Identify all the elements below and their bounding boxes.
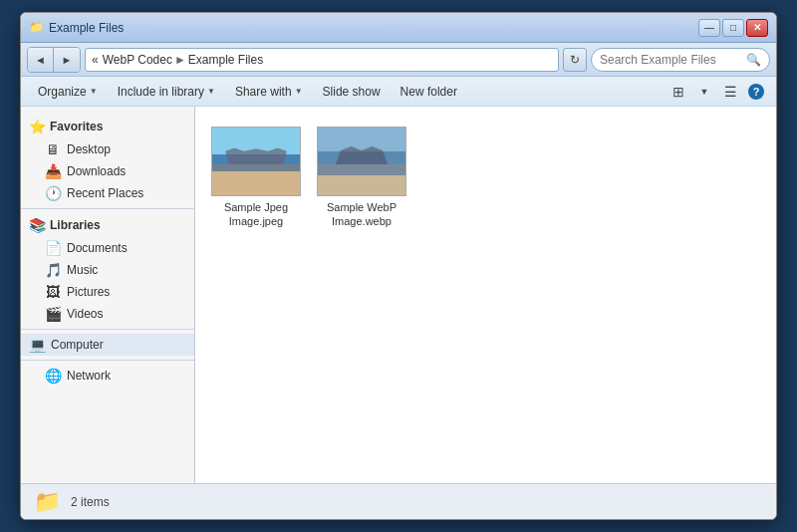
sidebar-item-desktop-label: Desktop [67,142,111,156]
new-folder-button[interactable]: New folder [392,81,466,103]
maximize-button[interactable]: □ [722,19,744,37]
share-label: Share with [235,85,292,99]
view-toggle-button[interactable]: ⊞ [666,81,690,103]
slideshow-button[interactable]: Slide show [314,81,390,103]
sidebar-item-downloads[interactable]: 📥 Downloads [21,160,194,182]
status-folder-icon: 📁 [33,488,61,516]
include-library-button[interactable]: Include in library ▼ [109,81,224,103]
favorites-icon: ⭐ [29,119,46,134]
sidebar-item-pictures-label: Pictures [67,285,110,299]
file-thumbnail-jpeg [211,127,301,196]
file-view: Sample JpegImage.jpeg Sample WebPImage.w… [195,107,776,483]
toolbar-right: ⊞ ▼ ☰ ? [666,81,768,103]
sidebar: ⭐ Favorites 🖥 Desktop 📥 Downloads 🕐 Rece… [21,107,195,483]
sidebar-sep-2 [21,329,194,330]
title-controls: — □ ✕ [698,19,768,37]
file-thumbnail-webp [317,127,406,196]
sidebar-section-libraries: 📚 Libraries 📄 Documents 🎵 Music 🖼 Pictur… [21,213,194,325]
sidebar-item-videos[interactable]: 🎬 Videos [21,303,194,325]
search-box[interactable]: 🔍 [591,48,770,72]
favorites-label: Favorites [50,120,103,133]
sidebar-item-computer[interactable]: 💻 Computer [21,334,194,356]
explorer-window: 📁 Example Files — □ ✕ ◄ ► « WebP Codec ►… [20,12,777,520]
status-bar: 📁 2 items [21,483,776,519]
organize-button[interactable]: Organize ▼ [29,81,107,103]
libraries-header[interactable]: 📚 Libraries [21,213,194,237]
harbor-image-jpeg [212,128,300,195]
address-bar: ◄ ► « WebP Codec ► Example Files ↻ 🔍 [21,43,776,77]
nav-buttons: ◄ ► [27,47,81,73]
refresh-button[interactable]: ↻ [563,48,587,72]
sidebar-section-network: 🌐 Network [21,365,194,387]
sidebar-item-music-label: Music [67,263,98,277]
sidebar-item-downloads-label: Downloads [67,164,126,178]
file-item-webp[interactable]: Sample WebPImage.webp [317,123,406,233]
pictures-icon: 🖼 [45,284,61,300]
sidebar-item-recent-places[interactable]: 🕐 Recent Places [21,182,194,204]
address-path[interactable]: « WebP Codec ► Example Files [85,48,559,72]
close-button[interactable]: ✕ [746,19,768,37]
content-area: ⭐ Favorites 🖥 Desktop 📥 Downloads 🕐 Rece… [21,107,776,483]
help-button[interactable]: ? [744,81,768,103]
sidebar-section-computer: 💻 Computer [21,334,194,356]
include-arrow: ▼ [207,87,215,96]
sidebar-sep-1 [21,208,194,209]
newfolder-label: New folder [400,85,457,99]
sidebar-item-videos-label: Videos [67,307,103,321]
downloads-icon: 📥 [45,163,61,179]
sidebar-section-favorites: ⭐ Favorites 🖥 Desktop 📥 Downloads 🕐 Rece… [21,115,194,204]
file-name-jpeg: Sample JpegImage.jpeg [224,200,288,229]
title-bar-left: 📁 Example Files [29,20,124,36]
breadcrumb-webpcodec[interactable]: WebP Codec [103,53,172,67]
sidebar-item-pictures[interactable]: 🖼 Pictures [21,281,194,303]
libraries-icon: 📚 [29,217,46,233]
window-title: Example Files [49,21,124,35]
recent-places-icon: 🕐 [45,185,61,201]
sidebar-item-network-label: Network [67,369,111,383]
sidebar-sep-3 [21,360,194,361]
file-name-webp: Sample WebPImage.webp [327,200,397,229]
status-items-count: 2 items [71,495,110,509]
view-icon: ⊞ [672,84,684,100]
title-bar: 📁 Example Files — □ ✕ [21,13,776,43]
organize-label: Organize [38,85,87,99]
harbor-image-webp [318,128,405,195]
sidebar-item-recent-places-label: Recent Places [67,186,143,200]
sidebar-item-documents[interactable]: 📄 Documents [21,237,194,259]
share-arrow: ▼ [295,87,303,96]
back-button[interactable]: ◄ [28,48,54,72]
music-icon: 🎵 [45,262,61,278]
desktop-icon: 🖥 [45,141,61,157]
libraries-label: Libraries [50,218,101,232]
documents-icon: 📄 [45,240,61,256]
view-dropdown-arrow: ▼ [700,87,709,97]
sidebar-item-documents-label: Documents [67,241,128,255]
search-icon: 🔍 [746,53,761,67]
network-icon: 🌐 [45,368,61,384]
include-label: Include in library [118,85,204,99]
sidebar-item-computer-label: Computer [51,338,104,352]
breadcrumb-examplefiles[interactable]: Example Files [188,53,263,67]
sidebar-item-network[interactable]: 🌐 Network [21,365,194,387]
file-item-jpeg[interactable]: Sample JpegImage.jpeg [211,123,301,233]
sidebar-item-desktop[interactable]: 🖥 Desktop [21,138,194,160]
details-pane-button[interactable]: ☰ [718,81,742,103]
favorites-header[interactable]: ⭐ Favorites [21,115,194,138]
view-dropdown-button[interactable]: ▼ [692,81,716,103]
toolbar: Organize ▼ Include in library ▼ Share wi… [21,77,776,107]
slideshow-label: Slide show [323,85,381,99]
videos-icon: 🎬 [45,306,61,322]
search-input[interactable] [600,53,742,67]
breadcrumb-back: « [92,53,99,67]
help-icon: ? [748,84,764,100]
share-with-button[interactable]: Share with ▼ [226,81,312,103]
forward-button[interactable]: ► [54,48,80,72]
computer-icon: 💻 [29,337,45,353]
details-pane-icon: ☰ [724,84,737,100]
sidebar-item-music[interactable]: 🎵 Music [21,259,194,281]
organize-arrow: ▼ [90,87,98,96]
window-icon: 📁 [29,20,45,36]
minimize-button[interactable]: — [698,19,720,37]
